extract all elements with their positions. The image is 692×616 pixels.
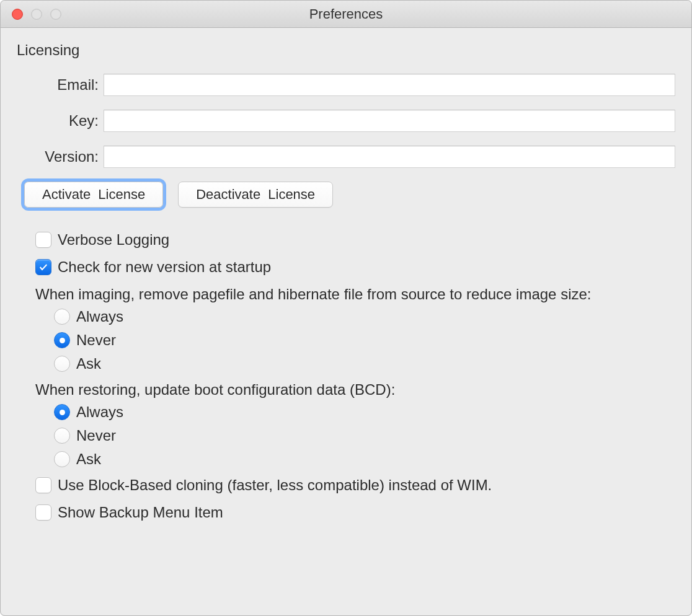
imaging-never-radio[interactable] [54, 332, 70, 348]
imaging-always-label: Always [76, 308, 123, 325]
verbose-logging-checkbox[interactable] [35, 232, 51, 248]
email-label: Email: [29, 76, 104, 94]
restoring-never-label: Never [76, 427, 116, 444]
traffic-lights [1, 9, 61, 20]
key-label: Key: [29, 112, 104, 130]
restoring-always-radio[interactable] [54, 404, 70, 420]
restoring-never-row: Never [54, 427, 675, 444]
imaging-ask-row: Ask [54, 355, 675, 372]
imaging-always-row: Always [54, 308, 675, 325]
window-title: Preferences [1, 6, 691, 22]
check-updates-checkbox[interactable] [35, 259, 51, 275]
imaging-never-label: Never [76, 332, 116, 349]
restoring-always-row: Always [54, 403, 675, 421]
key-field[interactable] [104, 110, 675, 132]
verbose-logging-row: Verbose Logging [35, 231, 675, 249]
check-updates-label: Check for new version at startup [58, 258, 271, 276]
restoring-ask-radio[interactable] [54, 451, 70, 467]
version-field[interactable] [104, 146, 675, 168]
backup-menu-checkbox[interactable] [35, 504, 51, 521]
imaging-always-radio[interactable] [54, 309, 70, 325]
restoring-radio-group: Always Never Ask [54, 403, 675, 468]
restoring-ask-row: Ask [54, 451, 675, 468]
imaging-ask-label: Ask [76, 355, 101, 372]
version-row: Version: [17, 146, 675, 168]
restoring-prompt: When restoring, update boot configuratio… [35, 381, 675, 398]
deactivate-license-button[interactable]: Deactivate License [178, 182, 333, 208]
license-button-row: Activate License Deactivate License [24, 182, 675, 208]
version-label: Version: [29, 148, 104, 165]
block-based-checkbox[interactable] [35, 477, 51, 493]
minimize-icon[interactable] [31, 9, 42, 20]
restoring-never-radio[interactable] [54, 428, 70, 444]
imaging-radio-group: Always Never Ask [54, 308, 675, 372]
content-area: Licensing Email: Key: Version: Activate … [1, 28, 691, 548]
restoring-always-label: Always [76, 403, 123, 421]
restoring-ask-label: Ask [76, 451, 101, 468]
email-field[interactable] [104, 74, 675, 96]
block-based-row: Use Block-Based cloning (faster, less co… [35, 477, 675, 494]
activate-license-button[interactable]: Activate License [24, 182, 163, 208]
imaging-prompt: When imaging, remove pagefile and hibern… [35, 286, 675, 303]
licensing-section-label: Licensing [17, 42, 675, 59]
backup-menu-row: Show Backup Menu Item [35, 504, 675, 521]
imaging-never-row: Never [54, 332, 675, 349]
backup-menu-label: Show Backup Menu Item [58, 504, 223, 521]
verbose-logging-label: Verbose Logging [58, 231, 169, 249]
close-icon[interactable] [12, 9, 23, 20]
preferences-window: Preferences Licensing Email: Key: Versio… [0, 0, 692, 616]
check-updates-row: Check for new version at startup [35, 258, 675, 276]
titlebar[interactable]: Preferences [1, 1, 691, 28]
block-based-label: Use Block-Based cloning (faster, less co… [58, 477, 492, 494]
zoom-icon[interactable] [50, 9, 61, 20]
key-row: Key: [17, 110, 675, 132]
email-row: Email: [17, 74, 675, 96]
imaging-ask-radio[interactable] [54, 356, 70, 372]
